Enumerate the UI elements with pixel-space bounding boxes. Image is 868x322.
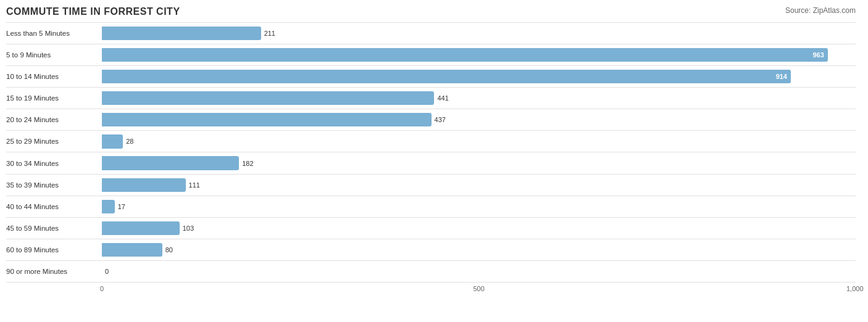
chart-container: COMMUTE TIME IN FORREST CITY Source: Zip… [0,0,868,322]
bar-fill [102,178,186,192]
bar-fill [102,91,434,105]
bar-row: 30 to 34 Minutes182 [6,152,856,174]
bar-label: 35 to 39 Minutes [6,181,102,189]
bar-value-label: 0 [105,268,109,275]
bar-label: 40 to 44 Minutes [6,203,102,210]
bar-row: 5 to 9 Minutes963 [6,44,856,66]
bar-value-inside: 963 [812,51,824,59]
bar-row: 45 to 59 Minutes103 [6,218,856,239]
bar-row: 90 or more Minutes0 [6,261,856,283]
bar-value-label: 111 [189,181,200,189]
bar-value-label: 182 [242,160,253,167]
bar-fill [102,27,261,40]
bar-row: 60 to 89 Minutes80 [6,239,856,261]
bar-label: Less than 5 Minutes [6,30,102,37]
bar-label: 5 to 9 Minutes [6,51,102,59]
chart-title: COMMUTE TIME IN FORREST CITY [6,6,856,17]
bar-track: 441 [102,88,856,109]
bar-label: 45 to 59 Minutes [6,225,102,232]
bar-label: 25 to 29 Minutes [6,138,102,145]
source-label: Source: ZipAtlas.com [785,6,856,15]
bar-row: 20 to 24 Minutes437 [6,109,856,131]
bar-fill [102,200,115,213]
bar-value-label: 80 [165,246,173,254]
bar-label: 30 to 34 Minutes [6,160,102,167]
bar-fill: 914 [102,70,791,83]
bar-fill [102,243,162,257]
bar-track: 963 [102,44,856,65]
bar-track: 182 [102,152,856,173]
bar-track: 914 [102,66,856,87]
bar-row: 35 to 39 Minutes111 [6,175,856,196]
bar-fill [102,221,180,235]
bar-fill [102,134,123,148]
bar-value-label: 28 [126,138,133,145]
bar-track: 211 [102,23,856,44]
bar-fill [102,113,432,126]
bar-row: 15 to 19 Minutes441 [6,88,856,109]
bar-track: 17 [102,196,856,217]
bar-track: 0 [102,261,856,282]
bar-fill: 963 [102,48,828,62]
bar-value-inside: 914 [776,73,787,80]
bars-section: Less than 5 Minutes2115 to 9 Minutes9631… [6,22,856,283]
bar-label: 60 to 89 Minutes [6,246,102,254]
bar-row: 40 to 44 Minutes17 [6,196,856,218]
bar-value-label: 103 [183,225,194,232]
bar-track: 103 [102,218,856,239]
bar-track: 437 [102,109,856,130]
bar-row: 10 to 14 Minutes914 [6,66,856,88]
bar-row: 25 to 29 Minutes28 [6,131,856,152]
bar-value-label: 437 [435,116,446,123]
x-axis-tick: 0 [100,285,104,292]
x-axis: 05001,000 [102,283,856,295]
bar-label: 20 to 24 Minutes [6,116,102,123]
bar-track: 80 [102,239,856,260]
bar-label: 15 to 19 Minutes [6,94,102,102]
bar-track: 28 [102,131,856,152]
bar-value-label: 441 [437,94,448,102]
bar-value-label: 17 [118,203,125,210]
chart-area: Less than 5 Minutes2115 to 9 Minutes9631… [6,22,856,295]
x-axis-tick: 500 [474,285,485,292]
x-axis-tick: 1,000 [846,285,864,292]
bar-label: 10 to 14 Minutes [6,73,102,80]
bar-row: Less than 5 Minutes211 [6,22,856,44]
bar-value-label: 211 [264,30,275,37]
bar-fill [102,156,239,170]
bar-track: 111 [102,175,856,196]
bar-label: 90 or more Minutes [6,268,102,275]
